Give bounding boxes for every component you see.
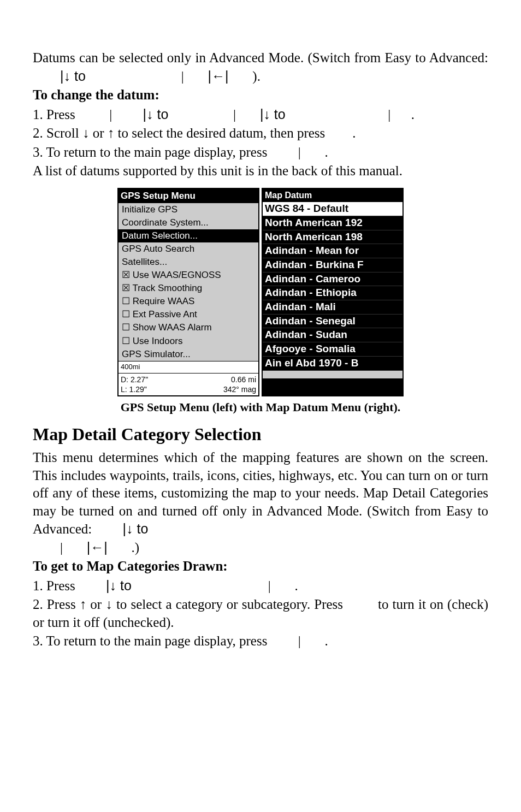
menu-item: ☒ Track Smoothing [119,282,258,295]
map-datum-menu: Map Datum WGS 84 - Default North America… [262,188,404,396]
datum-item-selected: WGS 84 - Default [263,202,402,216]
cstep3-c: . [324,633,328,648]
datum-item: Adindan - Burkina F [263,258,402,272]
menu-item: ☐ Ext Passive Ant [119,308,258,321]
step1-g: . [411,107,415,122]
gps-menu-title: GPS Setup Menu [119,189,258,203]
step3-a: 3. To return to the main page display, p… [33,145,267,159]
cstep1-c: | [268,578,271,593]
menu-item: Satellites... [119,256,258,269]
step3-c: . [324,145,328,159]
cstep1-b: |↓ to [106,578,132,593]
datum-item: Adindan - Mali [263,300,402,315]
intro-key-4: ). [252,69,260,84]
footer-heading: 342° mag [223,384,256,394]
datum-item: Adindan - Cameroo [263,272,402,287]
menu-item: Initialize GPS [119,203,258,216]
intro-paragraph: Datums can be selected only in Advanced … [33,49,488,85]
step3-b: | [298,145,301,159]
menu-item: GPS Simulator... [119,348,258,361]
cat-step1: 1. Press |↓ to | . [33,577,488,595]
detail-para: This menu determines which of the mappin… [33,449,488,556]
step1-b: | [109,107,112,122]
para2e: .) [132,540,140,555]
menu-item: ☒ Use WAAS/EGNOSS [119,269,258,282]
cat-step2: 2. Press ↑ or ↓ to select a category or … [33,596,488,631]
intro-key-2: | [181,69,184,84]
cat-heading: To get to Map Categories Drawn: [33,558,488,576]
datum-item: Ain el Abd 1970 - B [263,357,402,371]
step2-b: . [352,126,356,140]
para2c: | [60,540,63,555]
para2a: This menu determines which of the mappin… [33,450,488,536]
menu-item: ☐ Use Indoors [119,335,258,348]
cstep1-d: . [295,578,298,593]
para2b: |↓ to [123,521,149,536]
step1-e: |↓ to [260,106,286,122]
footer-right: 0.66 mi 342° mag [223,375,256,394]
list-note: A list of datums supported by this unit … [33,162,488,180]
step-3: 3. To return to the main page display, p… [33,144,488,162]
scale-bar: 400mi [119,361,258,373]
page: Datums can be selected only in Advanced … [0,0,521,684]
intro-key-3: |←| [208,68,229,84]
step-2: 2. Scroll ↓ or ↑ to select the desired d… [33,125,488,143]
menu-item: ☐ Show WAAS Alarm [119,321,258,334]
footer-l: L: 1.29" [121,384,148,394]
figure-wrap: GPS Setup Menu Initialize GPS Coordinate… [33,188,488,396]
datum-footer [263,371,402,378]
menu-item-selected: Datum Selection... [119,229,258,242]
datum-item: North American 192 [263,216,402,230]
step1-c: |↓ to [143,106,169,122]
step1-a: 1. Press [33,107,75,122]
cstep3-a: 3. To return to the main page display, p… [33,633,267,648]
section-heading: Map Detail Category Selection [33,423,488,446]
cstep2a: 2. Press ↑ or ↓ to select a category or … [33,597,343,612]
menu-item: Coordinate System... [119,216,258,229]
step1-d: | [233,107,236,122]
intro-text-1: Datums can be selected only in Advanced … [33,50,488,65]
change-heading: To change the datum: [33,86,488,104]
cstep1-a: 1. Press [33,578,75,593]
datum-item: Adindan - Mean for [263,244,402,258]
menu-item: GPS Auto Search [119,242,258,256]
step-1: 1. Press | |↓ to | |↓ to | . [33,105,488,124]
figure-caption: GPS Setup Menu (left) with Map Datum Men… [33,400,488,416]
step2-text: 2. Scroll ↓ or ↑ to select the desired d… [33,126,325,140]
datum-item: Afgooye - Somalia [263,342,402,357]
datum-item: Adindan - Senegal [263,315,402,329]
datum-item: Adindan - Ethiopia [263,286,402,300]
cstep3-b: | [298,633,301,648]
menu-item: ☐ Require WAAS [119,295,258,308]
datum-item: Adindan - Sudan [263,328,402,342]
step1-f: | [388,107,390,122]
cat-step3: 3. To return to the main page display, p… [33,632,488,650]
gps-setup-menu: GPS Setup Menu Initialize GPS Coordinate… [117,188,259,396]
footer-dist: 0.66 mi [223,375,256,384]
intro-key-1: |↓ to [60,68,86,84]
footer-left: D: 2.27" L: 1.29" [121,375,148,394]
datum-item: North American 198 [263,230,402,245]
gps-footer: D: 2.27" L: 1.29" 0.66 mi 342° mag [119,373,258,395]
footer-d: D: 2.27" [121,375,148,384]
para2d: |←| [87,540,108,555]
datum-title: Map Datum [263,189,402,203]
